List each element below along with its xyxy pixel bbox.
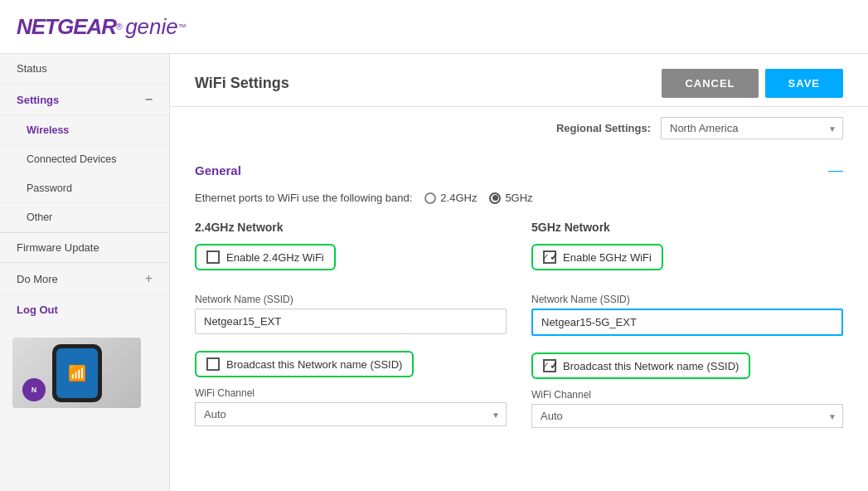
broadcast-24ghz-checkbox-icon	[206, 357, 220, 371]
sidebar-item-settings-label: Settings	[17, 94, 59, 106]
network-24ghz-column: 2.4GHz Network Enable 2.4GHz WiFi Networ…	[195, 221, 507, 428]
networks-row: 2.4GHz Network Enable 2.4GHz WiFi Networ…	[195, 221, 843, 428]
sidebar-item-do-more-label: Do More	[17, 273, 58, 285]
sidebar-item-status-label: Status	[17, 62, 47, 75]
broadcast-5ghz-wrapper: ✓ Broadcast this Network name (SSID)	[531, 344, 843, 379]
enable-24ghz-checkbox-row[interactable]: Enable 2.4GHz WiFi	[195, 244, 336, 270]
band-2-4-radio	[424, 192, 436, 204]
phone-body: 📶	[52, 344, 102, 402]
regional-select-wrapper: North America	[661, 117, 843, 139]
broadcast-24ghz-label: Broadcast this Network name (SSID)	[226, 358, 402, 371]
sidebar-item-wireless[interactable]: Wireless	[0, 116, 169, 145]
channel-24ghz-select-wrapper: Auto	[195, 402, 507, 426]
settings-collapse-icon: −	[145, 92, 153, 107]
enable-5ghz-checkbox-row[interactable]: ✓ Enable 5GHz WiFi	[531, 244, 663, 270]
enable-5ghz-label: Enable 5GHz WiFi	[563, 251, 652, 264]
broadcast-24ghz-wrapper: Broadcast this Network name (SSID)	[195, 343, 507, 377]
sidebar-item-other-label: Other	[27, 211, 52, 223]
broadcast-24ghz-checkbox-row[interactable]: Broadcast this Network name (SSID)	[195, 351, 414, 377]
phone-image: 📶 N	[12, 338, 141, 408]
sidebar-item-connected-devices-label: Connected Devices	[27, 153, 116, 165]
broadcast-5ghz-checkbox-row[interactable]: ✓ Broadcast this Network name (SSID)	[531, 352, 750, 379]
sidebar-item-do-more[interactable]: Do More +	[0, 263, 169, 295]
network-5ghz-title: 5GHz Network	[531, 221, 843, 234]
sidebar-item-firmware-update[interactable]: Firmware Update	[0, 232, 169, 263]
channel-5ghz-select-wrapper: Auto	[531, 404, 843, 428]
main-topbar: WiFi Settings CANCEL SAVE	[170, 54, 868, 107]
channel-24ghz-select[interactable]: Auto	[195, 402, 507, 426]
logo-netgear: NETGEAR	[17, 14, 116, 39]
netgear-round-icon: N	[22, 378, 46, 401]
broadcast-5ghz-checkbox-icon: ✓	[543, 359, 556, 372]
sidebar-item-log-out[interactable]: Log Out	[0, 295, 169, 325]
sidebar-item-log-out-label: Log Out	[17, 304, 58, 316]
band-5g-label: 5GHz	[505, 192, 532, 204]
cancel-button[interactable]: CANCEL	[662, 69, 758, 98]
main-layout: Status Settings − Wireless Connected Dev…	[0, 54, 868, 491]
sidebar-item-firmware-update-label: Firmware Update	[17, 241, 99, 254]
main-content: WiFi Settings CANCEL SAVE Regional Setti…	[170, 54, 868, 491]
band-selection-row: Ethernet ports to WiFi use the following…	[195, 192, 843, 204]
sidebar: Status Settings − Wireless Connected Dev…	[0, 54, 170, 491]
do-more-expand-icon: +	[145, 271, 153, 286]
general-collapse-button[interactable]: —	[828, 162, 843, 179]
logo: NETGEAR® genie™	[17, 14, 187, 40]
general-section-header: General —	[195, 162, 843, 179]
save-button[interactable]: SAVE	[765, 69, 843, 98]
enable-5ghz-checkbox-icon: ✓	[543, 250, 556, 264]
sidebar-phone-logo-area: 📶 N	[0, 325, 169, 421]
sidebar-item-status[interactable]: Status	[0, 54, 169, 84]
wifi-icon: 📶	[68, 364, 86, 382]
general-section-title: General	[195, 163, 241, 177]
band-5g-radio	[489, 192, 501, 204]
enable-24ghz-checkbox-icon	[206, 250, 220, 264]
sidebar-item-connected-devices[interactable]: Connected Devices	[0, 145, 169, 174]
logo-genie: genie	[125, 14, 178, 39]
sidebar-item-password-label: Password	[27, 182, 72, 194]
channel-24ghz-label: WiFi Channel	[195, 387, 507, 399]
ssid-5ghz-input[interactable]	[531, 309, 843, 336]
ssid-24ghz-label: Network Name (SSID)	[195, 294, 507, 305]
regional-settings-label: Regional Settings:	[556, 122, 651, 134]
network-24ghz-title: 2.4GHz Network	[195, 221, 507, 234]
regional-select[interactable]: North America	[661, 117, 843, 139]
channel-5ghz-label: WiFi Channel	[531, 389, 843, 401]
sidebar-item-password[interactable]: Password	[0, 174, 169, 203]
band-selection-label: Ethernet ports to WiFi use the following…	[195, 192, 412, 204]
page-title: WiFi Settings	[195, 75, 289, 92]
phone-screen: 📶	[56, 348, 98, 398]
band-5g-option[interactable]: 5GHz	[489, 192, 532, 204]
logo-tm: ™	[178, 22, 187, 31]
sidebar-item-settings[interactable]: Settings −	[0, 84, 169, 116]
enable-24ghz-wrapper: Enable 2.4GHz WiFi	[195, 244, 507, 282]
content-area: General — Ethernet ports to WiFi use the…	[170, 149, 868, 440]
enable-5ghz-wrapper: ✓ Enable 5GHz WiFi	[531, 244, 843, 282]
enable-24ghz-label: Enable 2.4GHz WiFi	[226, 251, 324, 264]
sidebar-item-wireless-label: Wireless	[27, 124, 69, 136]
sidebar-item-other[interactable]: Other	[0, 203, 169, 232]
app-header: NETGEAR® genie™	[0, 0, 868, 54]
ssid-24ghz-input[interactable]	[195, 309, 507, 334]
band-2-4-option[interactable]: 2.4GHz	[424, 192, 477, 204]
network-5ghz-column: 5GHz Network ✓ Enable 5GHz WiFi Network …	[531, 221, 843, 428]
band-2-4-label: 2.4GHz	[440, 192, 477, 204]
broadcast-5ghz-label: Broadcast this Network name (SSID)	[563, 360, 739, 372]
ssid-5ghz-label: Network Name (SSID)	[531, 294, 843, 305]
regional-settings-row: Regional Settings: North America	[170, 107, 868, 149]
logo-registered: ®	[116, 22, 122, 31]
channel-5ghz-select[interactable]: Auto	[531, 404, 843, 428]
topbar-action-buttons: CANCEL SAVE	[662, 69, 843, 98]
